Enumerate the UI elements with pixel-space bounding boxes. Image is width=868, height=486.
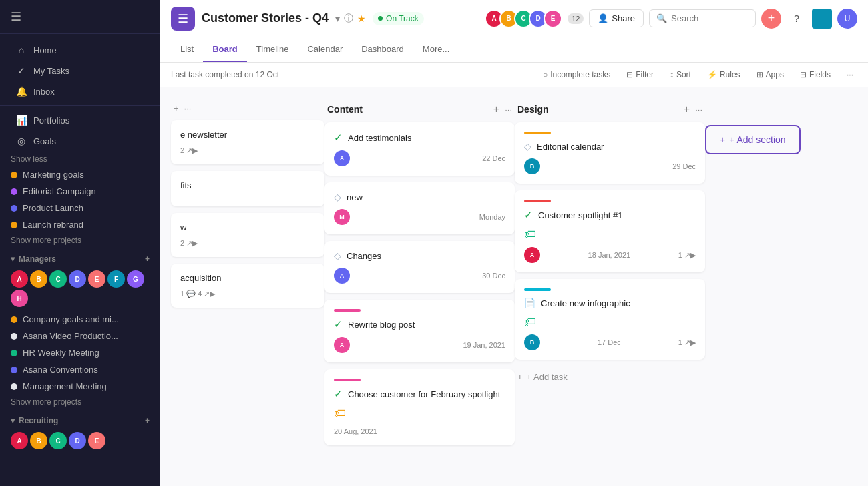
info-icon[interactable]: ⓘ — [344, 13, 353, 25]
tab-board[interactable]: Board — [203, 37, 247, 62]
card-title: fits — [180, 180, 315, 190]
column-more-icon[interactable]: ··· — [184, 103, 192, 113]
column-more-icon[interactable]: ··· — [695, 105, 702, 115]
avatar: D — [69, 270, 86, 288]
project-item-asana-video[interactable]: Asana Video Productio... — [0, 328, 160, 344]
card-editorial-calendar[interactable]: ◇ Editorial calendar B 29 Dec — [515, 122, 705, 184]
card-title: Editorial calendar — [537, 142, 696, 152]
apps-button[interactable]: ⊞ Apps — [752, 68, 788, 81]
check-icon: ✓ — [334, 388, 343, 400]
share-label: Share — [612, 13, 635, 23]
fields-button[interactable]: ⊟ Fields — [796, 68, 835, 81]
sidebar-item-goals[interactable]: ◎ Goals — [5, 131, 155, 151]
help-button[interactable]: ? — [787, 9, 807, 29]
tab-more[interactable]: More... — [413, 37, 459, 62]
sidebar-item-inbox[interactable]: 🔔 Inbox — [5, 81, 155, 101]
search-box[interactable]: 🔍 — [649, 9, 756, 27]
add-button[interactable]: + — [761, 9, 781, 29]
show-more-projects-toggle[interactable]: Show more projects — [0, 233, 160, 248]
apps-label: Apps — [766, 70, 784, 79]
incomplete-tasks-filter[interactable]: ○ Incomplete tasks — [539, 68, 614, 81]
add-section-button[interactable]: + + Add section — [705, 125, 801, 154]
add-task-button[interactable]: + + Add task — [515, 367, 705, 387]
column-actions: + ··· — [684, 103, 702, 115]
project-item-product-launch[interactable]: Product Launch — [0, 200, 160, 216]
priority-bar — [334, 379, 361, 381]
tag-row: 🏷 — [524, 315, 696, 329]
star-icon[interactable]: ★ — [357, 13, 366, 24]
add-task-icon[interactable]: + — [174, 103, 179, 113]
project-item-company-goals[interactable]: Company goals and mi... — [0, 311, 160, 328]
project-label: Launch rebrand — [23, 220, 83, 230]
show-more-managers-projects[interactable]: Show more projects — [0, 395, 160, 409]
incomplete-label: Incomplete tasks — [550, 70, 610, 79]
title-icons: ▾ ⓘ ★ — [335, 13, 366, 25]
card-title: w — [180, 222, 315, 232]
column-more-icon[interactable]: ··· — [505, 105, 512, 115]
card-add-testimonials[interactable]: ✓ Add testimonials A 22 Dec — [324, 122, 515, 176]
project-dot — [11, 205, 17, 212]
card-title: e newsletter — [180, 130, 315, 140]
card-title: Changes — [347, 251, 505, 261]
priority-bar — [524, 288, 551, 291]
sidebar-item-my-tasks[interactable]: ✓ My Tasks — [5, 61, 155, 81]
card-acquisition[interactable]: acquisition 1 💬 4 ↗▶ — [171, 264, 324, 308]
card-date: 20 Aug, 2021 — [334, 427, 377, 435]
rules-button[interactable]: ⚡ Rules — [703, 68, 744, 81]
subtask-count: 2 ↗▶ — [180, 239, 198, 248]
tab-timeline[interactable]: Timeline — [247, 37, 298, 62]
user-avatar[interactable]: U — [837, 9, 857, 29]
card-create-infographic[interactable]: 📄 Create new infographic 🏷 B 17 Dec 1 ↗▶ — [515, 279, 705, 360]
rules-icon: ⚡ — [707, 70, 717, 79]
card-new[interactable]: ◇ new M Monday — [324, 182, 515, 234]
tab-calendar[interactable]: Calendar — [298, 37, 352, 62]
more-options-button[interactable]: ··· — [843, 68, 857, 81]
filter-button[interactable]: ⊟ Filter — [622, 68, 658, 81]
project-item-launch-rebrand[interactable]: Launch rebrand — [0, 216, 160, 233]
plus-icon: + — [517, 372, 523, 382]
sidebar-item-label: Portfolios — [33, 115, 69, 126]
sidebar-item-home[interactable]: ⌂ Home — [5, 40, 155, 60]
card-customer-spotlight[interactable]: ✓ Customer spotlight #1 🏷 A 18 Jan, 2021… — [515, 190, 705, 272]
project-item-asana-conventions[interactable]: Asana Conventions — [0, 361, 160, 378]
project-dot — [11, 350, 17, 356]
card-content: ✓ Choose customer for February spotlight — [334, 388, 505, 400]
card-meta: B 29 Dec — [524, 158, 696, 174]
project-item-management-meeting[interactable]: Management Meeting — [0, 378, 160, 395]
menu-icon[interactable]: ☰ — [11, 9, 21, 24]
managers-collapse[interactable]: ▾ Managers — [11, 254, 56, 264]
chevron-down-icon[interactable]: ▾ — [335, 13, 340, 24]
on-track-badge: On Track — [373, 12, 424, 25]
recruiting-collapse[interactable]: ▾ Recruiting — [11, 416, 58, 425]
tab-list[interactable]: List — [171, 37, 203, 62]
card-content: acquisition — [180, 273, 315, 283]
search-input[interactable] — [671, 13, 748, 23]
project-item-editorial[interactable]: Editorial Campaign — [0, 183, 160, 200]
project-item-hr-weekly[interactable]: HR Weekly Meeting — [0, 344, 160, 361]
card-content: ✓ Customer spotlight #1 — [524, 209, 696, 221]
share-button[interactable]: 👤 Share — [589, 9, 644, 27]
sidebar-item-portfolios[interactable]: 📊 Portfolios — [5, 110, 155, 130]
project-item-marketing[interactable]: Marketing goals — [0, 166, 160, 183]
sort-button[interactable]: ↕ Sort — [666, 68, 695, 81]
add-manager-icon[interactable]: + — [145, 254, 150, 264]
avatar: B — [30, 432, 47, 449]
show-less-toggle[interactable]: Show less — [0, 152, 160, 166]
card-choose-customer[interactable]: ✓ Choose customer for February spotlight… — [324, 369, 515, 445]
card-fits[interactable]: fits — [171, 171, 324, 206]
card-newsletter[interactable]: e newsletter 2 ↗▶ — [171, 120, 324, 164]
card-title: new — [347, 192, 505, 202]
column-header-no-section: + ··· — [171, 98, 324, 120]
nav-tabs: List Board Timeline Calendar Dashboard M… — [160, 37, 868, 63]
add-task-icon[interactable]: + — [493, 103, 499, 115]
card-rewrite-blog[interactable]: ✓ Rewrite blog post A 19 Jan, 2021 — [324, 300, 515, 362]
collaborators-avatars: A B C D E — [485, 9, 562, 28]
card-meta: 1 💬 4 ↗▶ — [180, 290, 315, 298]
card-w[interactable]: w 2 ↗▶ — [171, 213, 324, 257]
tab-dashboard[interactable]: Dashboard — [352, 37, 413, 62]
add-task-icon[interactable]: + — [684, 103, 690, 115]
project-label: Company goals and mi... — [23, 314, 119, 324]
card-changes[interactable]: ◇ Changes A 30 Dec — [324, 241, 515, 293]
add-recruiting-icon[interactable]: + — [145, 416, 150, 425]
managers-avatars: A B C D E F G H — [0, 266, 160, 311]
